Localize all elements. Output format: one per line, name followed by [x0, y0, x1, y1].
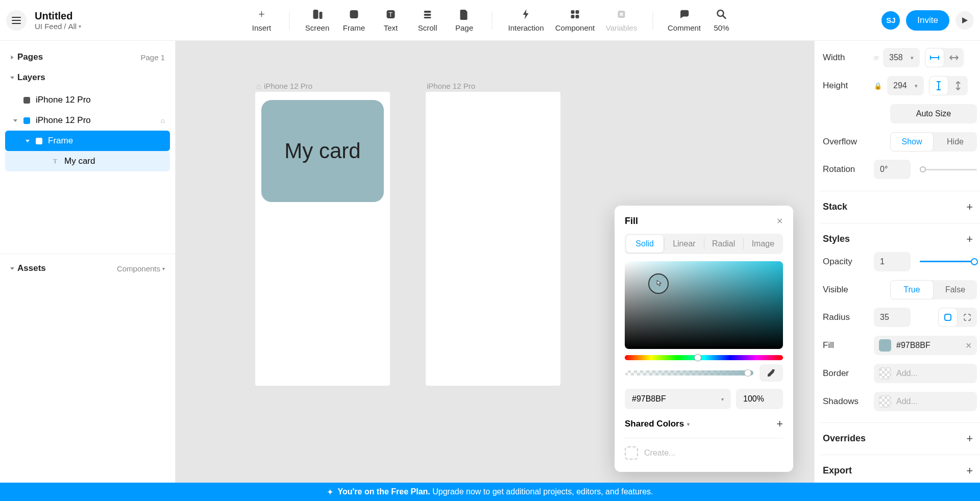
screen-layer-icon: [23, 97, 30, 104]
zoom-search-tool[interactable]: 50%: [706, 8, 737, 32]
overflow-show[interactable]: Show: [890, 132, 934, 152]
opacity-slider[interactable]: [920, 261, 977, 262]
border-input[interactable]: Add...: [874, 364, 977, 383]
add-override-button[interactable]: +: [966, 432, 973, 445]
add-stack-button[interactable]: +: [966, 201, 973, 214]
fill-type-tabs: Solid Linear Radial Image: [625, 234, 783, 254]
artboard-2[interactable]: [426, 92, 560, 386]
current-page-label[interactable]: Page 1: [140, 53, 165, 62]
layer-item-screen[interactable]: iPhone 12 Pro ⌂: [5, 110, 170, 131]
breadcrumb-project: UI Feed: [35, 22, 62, 31]
layer-item-frame[interactable]: Frame: [5, 131, 170, 151]
separator: [653, 11, 653, 30]
document-title[interactable]: Untitled: [35, 10, 81, 22]
alpha-thumb[interactable]: [744, 369, 751, 377]
chevron-down-icon: ▾: [79, 23, 81, 29]
frame-tool[interactable]: Frame: [336, 8, 373, 32]
fill-height-toggle[interactable]: [948, 76, 968, 95]
radius-input[interactable]: 35: [874, 308, 911, 327]
fill-swatch: [879, 339, 891, 352]
screen-tool[interactable]: Screen: [299, 8, 336, 32]
pages-section-header[interactable]: Pages Page 1: [5, 49, 170, 69]
add-style-button[interactable]: +: [966, 233, 973, 246]
invite-button[interactable]: Invite: [906, 10, 949, 31]
canvas[interactable]: ⌂ iPhone 12 Pro My card iPhone 12 Pro Fi…: [176, 41, 814, 483]
layers-section-header[interactable]: Layers: [5, 69, 170, 90]
text-tool[interactable]: T Text: [373, 8, 409, 32]
overrides-section[interactable]: Overrides +: [823, 432, 977, 445]
link-icon[interactable]: ⎘: [872, 56, 880, 60]
play-icon: [961, 17, 968, 24]
alpha-slider[interactable]: [625, 370, 753, 375]
insert-tool[interactable]: + Insert: [243, 8, 280, 32]
visible-true[interactable]: True: [890, 280, 934, 299]
height-input[interactable]: 294▾: [887, 76, 924, 95]
hue-thumb[interactable]: [694, 354, 701, 361]
main-menu-button[interactable]: [6, 10, 27, 31]
banner-text: Upgrade now to get additional projects, …: [432, 487, 653, 496]
saturation-value-picker[interactable]: [625, 261, 783, 349]
fill-input[interactable]: #97B8BF ✕: [874, 336, 977, 355]
rotation-input[interactable]: 0°: [874, 160, 911, 179]
variables-tool[interactable]: Variables: [600, 8, 644, 32]
add-export-button[interactable]: +: [966, 464, 973, 478]
tool-label: Frame: [343, 23, 365, 32]
user-avatar[interactable]: SJ: [881, 11, 900, 30]
upgrade-banner[interactable]: ✦ You're on the Free Plan. Upgrade now t…: [0, 483, 980, 501]
export-section[interactable]: Export +: [823, 464, 977, 478]
tab-linear[interactable]: Linear: [666, 235, 702, 253]
fill-width-toggle[interactable]: [944, 48, 964, 67]
lock-icon[interactable]: 🔒: [874, 82, 882, 90]
rotation-slider[interactable]: [920, 169, 977, 170]
chevron-down-icon: ▾: [162, 266, 165, 271]
shadows-label: Shadows: [823, 396, 869, 407]
tool-label: Comment: [668, 23, 701, 32]
add-shared-color-button[interactable]: +: [776, 417, 783, 431]
shared-colors-header[interactable]: Shared Colors ▾ +: [625, 417, 783, 431]
eyedropper-button[interactable]: [760, 364, 783, 382]
clear-fill-button[interactable]: ✕: [965, 341, 972, 350]
layer-item-screen[interactable]: iPhone 12 Pro: [5, 90, 170, 110]
scroll-tool[interactable]: Scroll: [409, 8, 446, 32]
empty-swatch-icon: [625, 446, 638, 460]
shadows-input[interactable]: Add...: [874, 392, 977, 411]
screen-layer-icon: [23, 117, 30, 124]
tab-radial[interactable]: Radial: [705, 235, 742, 253]
svg-rect-7: [424, 17, 431, 18]
width-input[interactable]: 358▾: [883, 48, 920, 67]
close-button[interactable]: ✕: [776, 216, 783, 226]
artboard-label[interactable]: ⌂ iPhone 12 Pro: [256, 82, 312, 90]
visible-toggle: True False: [890, 280, 977, 299]
tab-image[interactable]: Image: [745, 235, 781, 253]
hue-slider[interactable]: [625, 355, 783, 360]
stack-section[interactable]: Stack +: [823, 201, 977, 214]
fixed-width-toggle[interactable]: [925, 48, 944, 67]
assets-section-header[interactable]: Assets Components ▾: [5, 260, 170, 281]
page-tool[interactable]: Page: [446, 8, 483, 32]
comment-tool[interactable]: Comment: [663, 8, 706, 32]
interaction-tool[interactable]: Interaction: [502, 8, 551, 32]
fixed-height-toggle[interactable]: [929, 76, 948, 95]
play-button[interactable]: [955, 11, 974, 30]
card-frame[interactable]: My card: [261, 100, 384, 202]
artboard-label[interactable]: iPhone 12 Pro: [427, 82, 475, 90]
radius-uniform[interactable]: [938, 308, 958, 327]
artboard-1[interactable]: My card: [255, 92, 390, 386]
visible-false[interactable]: False: [934, 280, 977, 299]
tool-label: Variables: [606, 23, 637, 32]
opacity-input[interactable]: 1: [874, 252, 911, 271]
component-tool[interactable]: Component: [551, 8, 600, 32]
layer-item-text[interactable]: T My card: [5, 151, 170, 171]
svg-rect-8: [571, 10, 575, 14]
tab-solid[interactable]: Solid: [626, 235, 663, 253]
alpha-input[interactable]: 100%: [736, 389, 783, 409]
overflow-hide[interactable]: Hide: [934, 132, 977, 152]
breadcrumb[interactable]: UI Feed / All ▾: [35, 22, 81, 31]
eyedropper-icon: [767, 368, 776, 378]
radius-individual[interactable]: [958, 308, 977, 327]
color-cursor[interactable]: [648, 273, 669, 294]
create-shared-color[interactable]: Create...: [625, 446, 783, 460]
layer-name: iPhone 12 Pro: [36, 95, 91, 105]
autosize-button[interactable]: Auto Size: [890, 104, 977, 123]
hex-input[interactable]: #97B8BF ▾: [625, 389, 731, 409]
